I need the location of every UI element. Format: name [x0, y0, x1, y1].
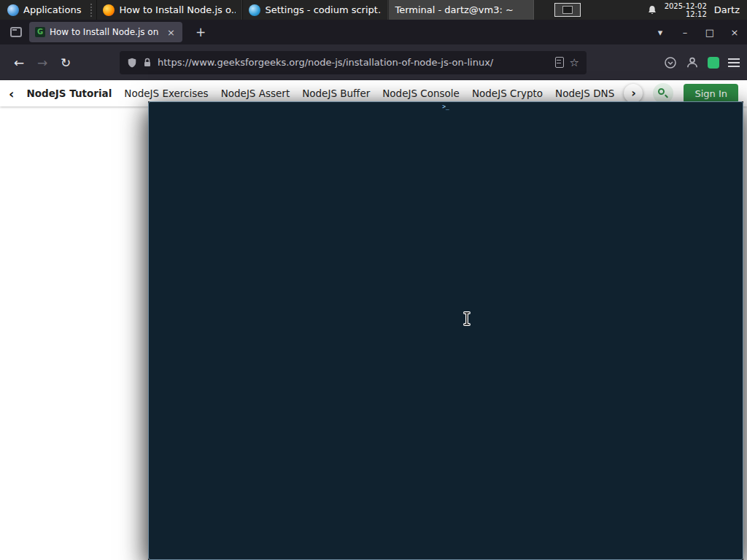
menu-hamburger-icon[interactable]	[728, 58, 740, 60]
gfg-nav-item-buffer[interactable]: NodeJS Buffer	[302, 88, 370, 99]
distro-logo-icon	[7, 4, 19, 16]
tracking-shield-icon[interactable]	[127, 57, 137, 69]
gfg-nav-item-exercises[interactable]: NodeJS Exercises	[124, 88, 208, 99]
bookmark-star-icon[interactable]: ☆	[570, 56, 579, 69]
gfg-nav-item-dns[interactable]: NodeJS DNS	[555, 88, 614, 99]
url-text[interactable]: https://www.geeksforgeeks.org/node-js/in…	[158, 57, 549, 68]
firefox-icon	[103, 4, 115, 16]
tab-close-icon[interactable]: ×	[166, 27, 177, 38]
taskbar-window-terminal[interactable]: >_ Terminal - dartz@vm3: ~	[388, 0, 534, 20]
clock-time: 12:12	[665, 10, 707, 18]
reload-button[interactable]: ↻	[54, 55, 77, 70]
clock[interactable]: 2025-12-02 12:12	[665, 2, 707, 18]
user-name: Dartz	[714, 4, 740, 15]
reader-mode-icon[interactable]	[555, 57, 564, 68]
taskbar: Applications How to Install Node.js o...…	[0, 0, 747, 20]
browser-tab[interactable]: G How to Install Node.js on ×	[29, 22, 182, 42]
gfg-nav-item-console[interactable]: NodeJS Console	[382, 88, 460, 99]
desktop: G How to Install Node.js on × + ▾ – □ × …	[0, 0, 747, 560]
workspace-switcher[interactable]	[554, 3, 581, 17]
lock-icon[interactable]	[143, 58, 152, 68]
panel-separator	[90, 4, 94, 17]
clock-date: 2025-12-02	[665, 2, 707, 10]
gfg-nav-item-crypto[interactable]: NodeJS Crypto	[472, 88, 543, 99]
tab-favicon-icon: G	[35, 27, 45, 37]
nav-scroll-right-icon[interactable]: ›	[624, 84, 643, 103]
firefox-view-icon[interactable]	[10, 27, 22, 37]
task-label: How to Install Node.js o...	[119, 4, 236, 15]
notification-bell-icon[interactable]	[647, 5, 657, 15]
window-controls: ▾ – □ ×	[648, 27, 747, 38]
new-tab-button[interactable]: +	[191, 25, 210, 39]
task-label: Terminal - dartz@vm3: ~	[395, 4, 513, 15]
url-bar[interactable]: https://www.geeksforgeeks.org/node-js/in…	[120, 51, 587, 74]
sign-in-button[interactable]: Sign In	[684, 84, 738, 104]
browser-toolbar: ← → ↻ https://www.geeksforgeeks.org/node…	[0, 44, 747, 80]
search-icon[interactable]	[653, 83, 673, 104]
gfg-nav-item-assert[interactable]: NodeJS Assert	[221, 88, 290, 99]
toolbar-right-icons	[664, 56, 740, 69]
extension-icon[interactable]	[708, 57, 719, 69]
minimize-button[interactable]: –	[673, 27, 697, 38]
pocket-icon[interactable]	[664, 56, 677, 69]
tab-title: How to Install Node.js on	[50, 27, 161, 37]
nav-scroll-left-icon[interactable]: ‹	[9, 86, 14, 101]
account-icon[interactable]	[686, 56, 699, 69]
task-label: Settings - codium script...	[265, 4, 382, 15]
taskbar-window-firefox[interactable]: How to Install Node.js o...	[96, 0, 242, 20]
mini-window	[562, 6, 573, 14]
applications-label: Applications	[23, 4, 81, 15]
back-button[interactable]: ←	[7, 55, 31, 70]
taskbar-window-settings[interactable]: Settings - codium script...	[242, 0, 388, 20]
close-button[interactable]: ×	[722, 27, 747, 38]
forward-button[interactable]: →	[31, 55, 54, 70]
gfg-nav-item-tutorial[interactable]: NodeJS Tutorial	[26, 88, 112, 99]
list-tabs-icon[interactable]: ▾	[648, 27, 673, 38]
applications-menu-button[interactable]: Applications	[0, 0, 88, 20]
taskbar-right: 2025-12-02 12:12 Dartz	[647, 0, 747, 20]
magnifier-glyph	[658, 88, 665, 95]
settings-icon	[249, 4, 260, 16]
workspace-1[interactable]	[554, 3, 581, 17]
maximize-button[interactable]: □	[697, 27, 722, 38]
tab-bar: G How to Install Node.js on × + ▾ – □ ×	[0, 20, 747, 44]
